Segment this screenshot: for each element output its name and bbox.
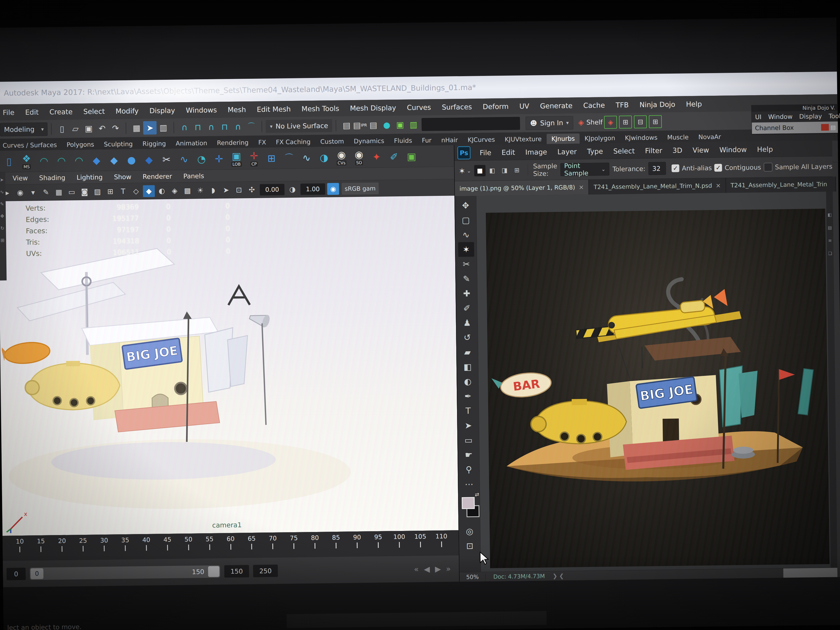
snap-curve-icon[interactable]: ⊓: [191, 120, 205, 134]
close-icon[interactable]: ×: [716, 182, 721, 189]
camera-bookmark-icon[interactable]: ▾: [27, 186, 39, 199]
swap-colors-icon[interactable]: ⇄: [475, 491, 479, 497]
photoshop-menu-item[interactable]: File: [475, 148, 497, 157]
maya-menu-item[interactable]: Modify: [110, 107, 144, 115]
shelf-tab[interactable]: KJwindows: [620, 132, 662, 143]
range-slider[interactable]: 0 150: [30, 565, 220, 580]
grid-icon[interactable]: ▤: [831, 124, 836, 131]
shelf-spark-icon[interactable]: ✦: [369, 147, 384, 166]
maya-menu-item[interactable]: Help: [681, 100, 707, 108]
document-tab[interactable]: T241_Assembly_Lane_Metal_Trim_N.psd ×: [589, 178, 726, 194]
shelf-tab[interactable]: Fur: [417, 135, 436, 146]
option-checkbox[interactable]: ✓ Contiguous: [714, 163, 761, 172]
make-live-icon[interactable]: ⌒: [245, 120, 258, 133]
shelf-so-icon[interactable]: ◉ SO: [352, 148, 367, 166]
maya-menu-item[interactable]: Select: [78, 107, 111, 115]
hand-tool[interactable]: ☛: [461, 447, 477, 462]
select-component-icon[interactable]: ▥: [157, 121, 171, 134]
select-hierarchy-icon[interactable]: ▦: [130, 121, 144, 135]
panel-menu-item[interactable]: Renderer: [137, 172, 178, 180]
range-start-handle[interactable]: 0: [30, 568, 44, 579]
photoshop-menu-item[interactable]: Layer: [552, 147, 582, 156]
screen-mode-icon[interactable]: ⊡: [462, 538, 478, 553]
properties-panel-icon[interactable]: ≡: [828, 238, 832, 243]
shelf-arc-icon[interactable]: ⌒: [281, 148, 297, 167]
ipr-render-icon[interactable]: ▤IPR: [353, 118, 367, 132]
shelf-tab[interactable]: Dynamics: [349, 136, 389, 147]
material-icon[interactable]: ◐: [156, 185, 168, 197]
maya-menu-item[interactable]: Mesh Display: [344, 103, 402, 112]
shelf-tab[interactable]: Curves / Surfaces: [0, 140, 62, 151]
xray-icon[interactable]: ⊡: [233, 184, 245, 196]
maya-menu-item[interactable]: TFB: [610, 101, 634, 109]
safe-title-icon[interactable]: T: [117, 185, 129, 197]
shelf-tab[interactable]: Polygons: [62, 139, 99, 150]
shelf-lob-icon[interactable]: ▣ LOB: [229, 149, 244, 168]
ninja-menu-item[interactable]: Window: [765, 113, 796, 120]
paint-effects-icon[interactable]: ▥: [407, 118, 420, 131]
shelf-tab[interactable]: KJpolygon: [579, 133, 620, 144]
color-swatches[interactable]: ⇄: [459, 493, 480, 524]
shelf-panel-icon[interactable]: ⊞: [649, 115, 662, 128]
eyedropper-tool[interactable]: ✎: [458, 271, 475, 286]
quick-mask-icon[interactable]: ◎: [461, 524, 478, 538]
rotate-tool-icon[interactable]: ↻: [0, 226, 5, 231]
brush-tool[interactable]: ✐: [459, 301, 475, 316]
shelf-grid-icon[interactable]: ⊞: [264, 149, 279, 167]
shelf-half-icon[interactable]: ◑: [317, 148, 332, 167]
maya-3d-viewport[interactable]: BIG JOE: [0, 196, 459, 536]
shelf-poly-icon[interactable]: ◆: [89, 151, 104, 170]
photoshop-menu-item[interactable]: Filter: [640, 147, 667, 155]
eraser-tool[interactable]: ▰: [459, 344, 475, 360]
gate-mask-icon[interactable]: ▨: [92, 186, 103, 197]
shelf-tab[interactable]: Fluids: [389, 135, 417, 146]
photoshop-logo[interactable]: Ps: [457, 147, 471, 159]
sign-in-button[interactable]: ☻ Sign In ▾: [526, 116, 573, 130]
film-gate-icon[interactable]: ▭: [66, 186, 78, 198]
panel-menu-item[interactable]: Show: [108, 173, 137, 181]
ninja-menu-item[interactable]: Display: [796, 113, 825, 120]
maya-menu-item[interactable]: UV: [514, 102, 535, 110]
clone-stamp-tool[interactable]: ♟: [459, 315, 475, 330]
panel-menu-item[interactable]: Lighting: [71, 174, 108, 182]
close-icon[interactable]: ×: [579, 183, 584, 191]
maya-menu-item[interactable]: Edit Mesh: [251, 105, 296, 113]
snap-view-icon[interactable]: ∩: [231, 120, 245, 134]
shelf-toggle[interactable]: ◈ Shelf: [578, 118, 603, 126]
photoshop-menu-item[interactable]: Type: [582, 147, 608, 155]
healing-brush-tool[interactable]: ✚: [459, 286, 475, 301]
animation-end-field[interactable]: 250: [253, 565, 278, 577]
resolution-gate-icon[interactable]: ◙: [79, 186, 91, 198]
shelf-quad-icon[interactable]: ◔: [194, 150, 209, 168]
scale-tool-icon[interactable]: ⊞: [0, 238, 5, 243]
ninja-menu-item[interactable]: UI: [752, 114, 765, 121]
shelf-list-icon[interactable]: ⊟: [634, 115, 647, 128]
maya-menu-item[interactable]: Surfaces: [436, 103, 477, 111]
shelf-tab[interactable]: Custom: [315, 136, 349, 147]
photoshop-menu-item[interactable]: Window: [714, 145, 752, 154]
color-panel-icon[interactable]: ◧: [827, 212, 832, 217]
maya-menu-item[interactable]: Create: [44, 107, 78, 116]
shelf-sort-icon[interactable]: ▯: [2, 152, 17, 171]
swatches-panel-icon[interactable]: ▤: [827, 225, 832, 230]
render-frame-icon[interactable]: ▤: [340, 118, 354, 132]
foreground-color[interactable]: [462, 497, 475, 509]
menu-set-dropdown[interactable]: Modeling ▾: [0, 122, 47, 136]
status-arrows-icon[interactable]: ❯ ❮: [553, 573, 564, 579]
shelf-tab[interactable]: Rendering: [212, 137, 254, 148]
photoshop-menu-item[interactable]: Edit: [496, 148, 520, 156]
hypershade-icon[interactable]: ●: [380, 118, 394, 132]
open-scene-icon[interactable]: ▱: [69, 122, 82, 135]
live-surface-dropdown[interactable]: ▾ No Live Surface: [265, 119, 332, 133]
shelf-tab[interactable]: Muscle: [662, 132, 693, 142]
scrollbar-thumb[interactable]: [783, 568, 837, 578]
option-checkbox[interactable]: Sample All Layers: [764, 162, 832, 171]
photoshop-menu-item[interactable]: Help: [752, 145, 778, 153]
dodge-tool[interactable]: ◐: [459, 374, 476, 389]
intersect-selection-icon[interactable]: ⊞: [511, 164, 523, 176]
shelf-wave-icon[interactable]: ∿: [299, 148, 314, 167]
shelf-poly-icon[interactable]: ◆: [142, 150, 157, 169]
add-selection-icon[interactable]: ◧: [486, 165, 498, 176]
panel-menu-item[interactable]: View: [7, 174, 34, 182]
animation-start-field[interactable]: 0: [6, 568, 26, 580]
